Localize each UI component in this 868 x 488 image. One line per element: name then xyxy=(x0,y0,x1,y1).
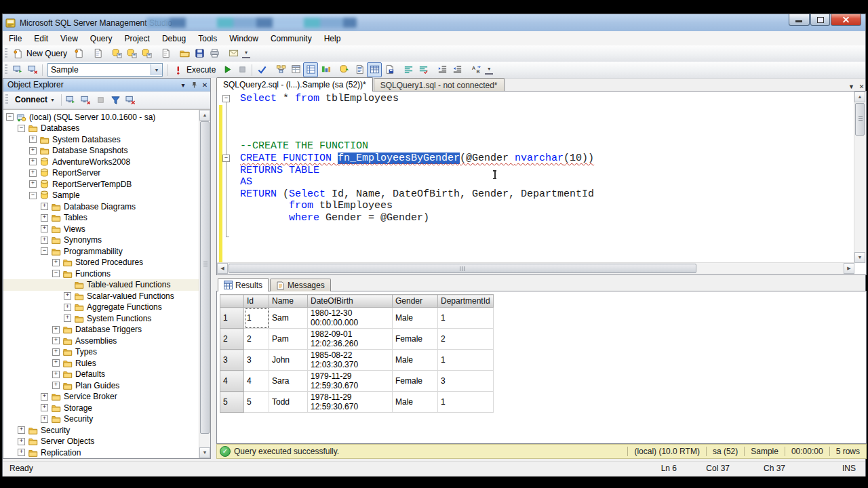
grid-row-header[interactable]: 2 xyxy=(220,329,244,350)
grid-row-header[interactable]: 5 xyxy=(220,392,244,413)
grid-column-header[interactable]: Gender xyxy=(393,295,438,308)
code-line-6[interactable]: CREATE FUNCTION fn_EmployeesByGender(@Ge… xyxy=(240,152,594,165)
code-line-4[interactable] xyxy=(240,129,594,141)
grid-row-header[interactable]: 1 xyxy=(220,308,244,329)
panel-menu-icon[interactable]: ▾ xyxy=(178,80,189,90)
expand-icon[interactable]: + xyxy=(29,169,37,177)
collapse-icon[interactable]: − xyxy=(41,247,48,255)
stop-disabled-icon[interactable] xyxy=(94,92,108,107)
toolbar-grip[interactable] xyxy=(5,48,7,59)
include-plan-icon[interactable] xyxy=(337,62,352,77)
editor-text-area[interactable]: −− Select * from tblEmployees --CREATE T… xyxy=(217,92,854,263)
code-line-8[interactable]: AS xyxy=(240,176,594,188)
grid-column-header[interactable]: DateOfBirth xyxy=(308,295,393,308)
close-button[interactable] xyxy=(831,14,861,26)
comment-icon[interactable] xyxy=(401,62,416,77)
grid-cell[interactable]: Male xyxy=(393,308,438,329)
error-monitor-icon[interactable] xyxy=(123,92,138,107)
tree-item-security[interactable]: +Security xyxy=(3,425,199,436)
grid-cell[interactable]: Female xyxy=(393,371,438,392)
tab-messages[interactable]: Messages xyxy=(270,279,331,291)
grid-cell[interactable]: Male xyxy=(393,350,438,371)
analyze-query-icon[interactable] xyxy=(318,62,333,77)
tree-item-synonyms[interactable]: +Synonyms xyxy=(3,235,199,246)
expand-icon[interactable]: + xyxy=(41,225,48,232)
close-panel-icon[interactable]: ✕ xyxy=(199,80,210,90)
scroll-thumb[interactable] xyxy=(855,103,865,136)
scroll-thumb[interactable] xyxy=(200,121,210,434)
specify-values-icon[interactable] xyxy=(303,62,318,77)
grid-cell[interactable]: 1979-11-29 12:59:30.670 xyxy=(308,371,393,392)
toolbar-grip[interactable] xyxy=(5,94,8,105)
expand-icon[interactable]: + xyxy=(29,180,37,188)
tree-item-security[interactable]: +Security xyxy=(3,413,199,425)
results-text-icon[interactable] xyxy=(352,62,367,77)
expand-icon[interactable]: + xyxy=(52,371,60,378)
tree-item-scalar-valued-functions[interactable]: +Scalar-valued Functions xyxy=(3,291,199,302)
tree-item-storage[interactable]: +Storage xyxy=(3,403,199,414)
folder-open-icon[interactable] xyxy=(177,46,192,61)
grid-cell[interactable]: 2 xyxy=(244,329,269,350)
grid-cell[interactable]: Pam xyxy=(269,329,308,350)
tree-item-database-triggers[interactable]: +Database Triggers xyxy=(3,324,199,336)
code-line-7[interactable]: RETURNS TABLE xyxy=(240,165,594,177)
disconnect-db-icon[interactable] xyxy=(79,92,94,107)
grid-cell[interactable]: 3 xyxy=(244,350,269,371)
collapse-icon[interactable]: − xyxy=(18,125,25,132)
tab-sqlquery1[interactable]: SQLQuery1.sql - not connected* xyxy=(374,78,505,92)
expand-icon[interactable]: + xyxy=(64,292,71,300)
tree-item-table-valued-functions[interactable]: Table-valued Functions xyxy=(3,279,199,291)
close-document-icon[interactable]: ✕ xyxy=(856,81,867,92)
grid-cell[interactable]: 1 xyxy=(438,308,494,329)
toolbar-overflow-icon[interactable]: ▾ xyxy=(485,66,493,75)
tree-item-functions[interactable]: −Functions xyxy=(3,268,199,280)
expand-icon[interactable]: + xyxy=(41,404,48,411)
grid-cell[interactable]: John xyxy=(269,350,308,371)
grid-cell[interactable]: 5 xyxy=(244,392,269,413)
tree-item-plan-guides[interactable]: +Plan Guides xyxy=(3,380,199,392)
grid-cell[interactable]: 1 xyxy=(438,392,494,413)
expand-icon[interactable]: + xyxy=(41,415,48,423)
expand-icon[interactable]: + xyxy=(41,237,48,244)
grid-cell[interactable]: Todd xyxy=(269,392,308,413)
menu-community[interactable]: Community xyxy=(264,33,318,45)
code-text[interactable]: Select * from tblEmployees --CREATE THE … xyxy=(240,93,594,224)
execute-button[interactable]: Execute xyxy=(186,65,216,75)
code-line-9[interactable]: RETURN (Select Id, Name, DateOfBirth, Ge… xyxy=(240,188,594,201)
grid-cell[interactable]: 1 xyxy=(244,308,269,329)
tab-sqlquery2[interactable]: SQLQuery2.sql - (l...).Sample (sa (52))* xyxy=(216,77,373,92)
fold-collapse-icon[interactable]: − xyxy=(222,155,230,162)
code-line-11[interactable]: where Gender = @Gender) xyxy=(240,212,594,224)
mail-icon[interactable] xyxy=(226,46,241,61)
menu-view[interactable]: View xyxy=(54,33,84,45)
menu-tools[interactable]: Tools xyxy=(192,33,223,45)
expand-icon[interactable]: + xyxy=(41,203,48,210)
change-case-icon[interactable]: AB xyxy=(469,62,484,77)
new-query-icon[interactable] xyxy=(10,46,25,61)
code-line-10[interactable]: from tblEmployees xyxy=(240,200,594,212)
db-script-icon[interactable] xyxy=(124,46,139,61)
indent-icon[interactable] xyxy=(435,62,450,77)
toolbar-overflow-icon[interactable]: ▾ xyxy=(242,49,250,58)
grid-cell[interactable]: 1 xyxy=(438,350,494,371)
results-file-icon[interactable] xyxy=(382,62,397,77)
tree-item-service-broker[interactable]: +Service Broker xyxy=(3,391,199,403)
expand-icon[interactable]: + xyxy=(18,438,25,445)
chevron-down-icon[interactable]: ▼ xyxy=(151,64,162,75)
code-line-5[interactable]: --CREATE THE FUNCTION xyxy=(240,140,594,152)
tree-item-database-diagrams[interactable]: +Database Diagrams xyxy=(3,201,199,213)
expand-icon[interactable]: + xyxy=(52,326,60,333)
tree-item-reportservertempdb[interactable]: +ReportServerTempDB xyxy=(3,179,199,190)
tree-item-aggregate-functions[interactable]: +Aggregate Functions xyxy=(3,302,199,313)
tree-item-system-functions[interactable]: +System Functions xyxy=(3,313,199,325)
tree-item-stored-procedures[interactable]: +Stored Procedures xyxy=(3,257,199,268)
code-line-3[interactable] xyxy=(240,117,594,129)
toolbar-grip[interactable] xyxy=(5,64,7,75)
scroll-down-icon[interactable]: ▼ xyxy=(199,447,210,458)
restore-button[interactable] xyxy=(810,14,830,26)
scroll-left-icon[interactable]: ◀ xyxy=(217,263,228,274)
collapse-icon[interactable]: − xyxy=(29,192,37,199)
tree-item-reportserver[interactable]: +ReportServer xyxy=(3,167,199,179)
grid-column-header[interactable]: Name xyxy=(269,295,308,308)
grid-cell[interactable]: 1978-11-29 12:59:30.670 xyxy=(308,392,393,413)
